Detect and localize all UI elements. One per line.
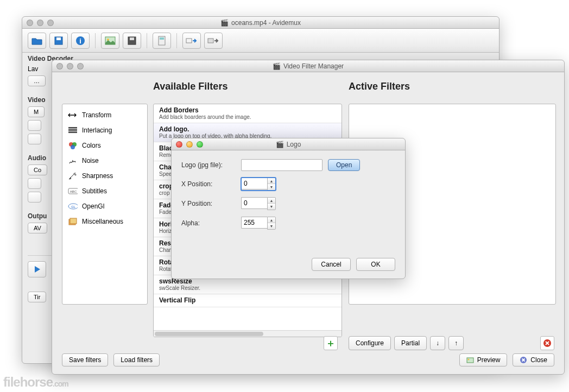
filter-row[interactable]: Add BordersAdd black boarders around the… bbox=[154, 104, 342, 123]
ok-button[interactable]: OK bbox=[356, 258, 395, 271]
filter-row[interactable]: Vertical Flip bbox=[154, 294, 342, 307]
move-up-button[interactable]: ↑ bbox=[448, 336, 464, 350]
audio-filter-button[interactable] bbox=[28, 192, 41, 203]
move-down-button[interactable]: ↓ bbox=[430, 336, 445, 350]
misc-icon bbox=[68, 217, 78, 226]
process-button-1[interactable] bbox=[182, 33, 201, 49]
minimize-icon[interactable] bbox=[67, 63, 73, 69]
scrollbar-thumb[interactable] bbox=[155, 332, 263, 336]
calc-button[interactable] bbox=[153, 33, 171, 49]
remove-filter-button[interactable] bbox=[540, 336, 554, 350]
save-filters-button[interactable]: Save filters bbox=[62, 353, 108, 366]
spin-down-icon[interactable]: ▼ bbox=[268, 184, 275, 190]
spin-down-icon[interactable]: ▼ bbox=[268, 223, 275, 229]
preview-button[interactable]: Preview bbox=[459, 353, 508, 366]
play-button[interactable] bbox=[28, 261, 46, 277]
noise-icon bbox=[68, 156, 78, 166]
open-file-button[interactable] bbox=[28, 33, 46, 49]
filter-name: Vertical Flip bbox=[159, 296, 336, 304]
decoder-config-button[interactable]: … bbox=[28, 75, 46, 86]
cancel-button[interactable]: Cancel bbox=[312, 258, 351, 271]
category-opengl[interactable]: GLOpenGl bbox=[62, 199, 147, 214]
svg-rect-22 bbox=[467, 358, 473, 363]
svg-text:GL: GL bbox=[71, 205, 76, 208]
svg-rect-9 bbox=[160, 37, 164, 40]
logo-titlebar: 🎬Logo bbox=[172, 138, 405, 150]
category-sharpness[interactable]: Sharpness bbox=[62, 168, 147, 184]
close-icon[interactable] bbox=[27, 20, 33, 26]
delete-icon bbox=[543, 339, 552, 347]
svg-point-23 bbox=[467, 359, 469, 361]
video-codec-button[interactable]: M bbox=[28, 106, 45, 117]
colors-icon bbox=[68, 141, 78, 150]
x-position-spinner[interactable]: ▲▼ bbox=[241, 178, 276, 191]
clapper-icon: 🎬 bbox=[220, 19, 229, 27]
plus-icon: ＋ bbox=[326, 337, 336, 350]
x-position-label: X Position: bbox=[181, 180, 236, 188]
minimize-icon[interactable] bbox=[37, 20, 43, 26]
category-label: Subtitles bbox=[82, 187, 107, 195]
category-transform[interactable]: Transform bbox=[62, 108, 147, 123]
save-button[interactable] bbox=[49, 33, 68, 49]
close-button[interactable]: Close bbox=[513, 353, 554, 366]
arrow-down-icon: ↓ bbox=[436, 339, 439, 347]
time-button[interactable]: Tir bbox=[28, 292, 46, 302]
watermark: filehorse.com bbox=[3, 375, 68, 390]
configure-button[interactable]: Configure bbox=[349, 336, 391, 350]
image-button-1[interactable] bbox=[101, 33, 119, 49]
spin-down-icon[interactable]: ▼ bbox=[268, 204, 275, 210]
y-position-spinner[interactable]: ▲▼ bbox=[241, 197, 276, 210]
zoom-icon[interactable] bbox=[47, 20, 54, 26]
filter-desc: Add black boarders around the image. bbox=[159, 114, 336, 120]
minimize-icon[interactable] bbox=[186, 141, 193, 148]
logo-title: Logo bbox=[287, 141, 301, 148]
category-label: Noise bbox=[82, 157, 99, 165]
y-position-input[interactable] bbox=[241, 197, 267, 209]
video-conf-button[interactable] bbox=[28, 120, 41, 131]
close-icon[interactable] bbox=[56, 63, 63, 69]
load-filters-button[interactable]: Load filters bbox=[113, 353, 160, 366]
category-label: Sharpness bbox=[82, 172, 113, 180]
zoom-icon[interactable] bbox=[197, 141, 203, 148]
video-filter-button[interactable] bbox=[28, 134, 41, 144]
save-image-button[interactable] bbox=[123, 33, 141, 49]
preview-icon bbox=[466, 356, 474, 364]
clapper-icon: 🎬 bbox=[273, 62, 281, 70]
horizontal-scrollbar[interactable] bbox=[154, 330, 342, 337]
add-filter-button[interactable]: ＋ bbox=[324, 336, 338, 350]
subtitles-icon: ABC bbox=[68, 186, 78, 196]
partial-button[interactable]: Partial bbox=[394, 336, 427, 350]
svg-rect-20 bbox=[70, 218, 77, 224]
audio-codec-button[interactable]: Co bbox=[28, 165, 47, 175]
svg-rect-1 bbox=[56, 37, 61, 40]
category-interlacing[interactable]: Interlacing bbox=[62, 123, 147, 138]
category-noise[interactable]: Noise bbox=[62, 153, 147, 168]
logo-dialog: 🎬Logo Logo (jpg file): Open X Position: … bbox=[171, 138, 406, 279]
vfm-title: Video Filter Manager bbox=[283, 62, 344, 70]
category-label: Miscellaneous bbox=[82, 218, 123, 225]
open-file-button[interactable]: Open bbox=[328, 159, 360, 171]
audio-conf-button[interactable] bbox=[28, 178, 41, 189]
spin-up-icon[interactable]: ▲ bbox=[268, 217, 275, 223]
process-button-2[interactable] bbox=[204, 33, 223, 49]
vfm-titlebar: 🎬Video Filter Manager bbox=[52, 60, 564, 72]
alpha-input[interactable] bbox=[241, 217, 267, 229]
category-colors[interactable]: Colors bbox=[62, 138, 147, 153]
x-position-input[interactable] bbox=[241, 178, 267, 189]
filter-name: Add Borders bbox=[159, 106, 336, 114]
category-label: Colors bbox=[82, 142, 101, 149]
zoom-icon[interactable] bbox=[77, 63, 84, 69]
output-format-button[interactable]: AV bbox=[28, 223, 47, 233]
category-misc[interactable]: Miscellaneous bbox=[62, 214, 147, 229]
category-label: Interlacing bbox=[82, 127, 112, 134]
svg-point-14 bbox=[71, 145, 75, 149]
spin-up-icon[interactable]: ▲ bbox=[268, 178, 275, 184]
arrow-up-icon: ↑ bbox=[454, 339, 458, 347]
close-icon[interactable] bbox=[176, 141, 182, 148]
logo-file-input[interactable] bbox=[241, 159, 323, 171]
interlacing-icon bbox=[68, 125, 78, 135]
alpha-spinner[interactable]: ▲▼ bbox=[241, 217, 276, 230]
category-subtitles[interactable]: ABCSubtitles bbox=[62, 184, 147, 199]
spin-up-icon[interactable]: ▲ bbox=[268, 198, 275, 204]
info-button[interactable]: i bbox=[71, 33, 90, 49]
